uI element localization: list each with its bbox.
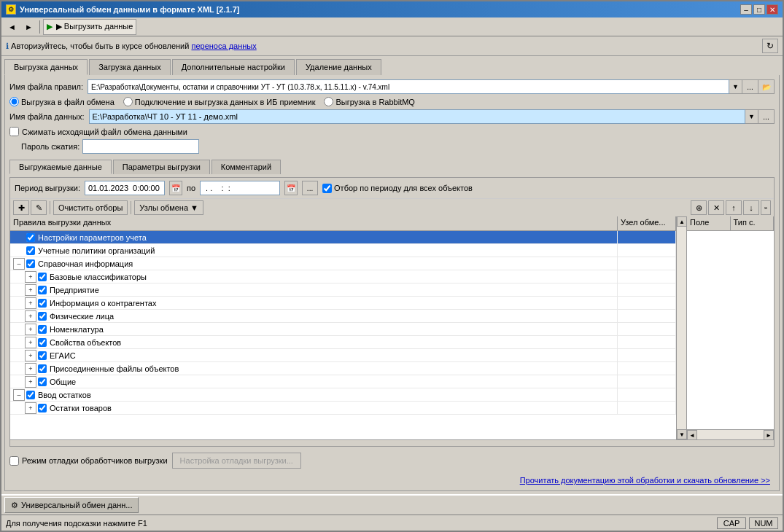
row-checkbox[interactable] (38, 273, 47, 281)
table-row[interactable]: + Базовые классификаторы (10, 270, 676, 283)
period-for-all-checkbox[interactable] (322, 184, 332, 193)
row-label: Номенклатура (50, 325, 104, 334)
debug-settings-button[interactable]: Настройка отладки выгрузки... (172, 453, 301, 469)
row-checkbox[interactable] (38, 404, 47, 412)
scroll-left-button[interactable]: ◄ (687, 430, 697, 439)
table-row[interactable]: + Информация о контрагентах (10, 297, 676, 310)
expand-icon[interactable]: + (25, 271, 36, 283)
rules-file-dropdown-button[interactable]: ▼ (729, 79, 742, 94)
scroll-up-button[interactable]: ▲ (677, 216, 687, 227)
table-row[interactable]: – Ввод остатков (10, 388, 676, 402)
row-checkbox[interactable] (38, 299, 47, 308)
row-checkbox[interactable] (38, 351, 47, 360)
expand-icon[interactable]: + (25, 297, 36, 309)
minimize-button[interactable]: – (740, 4, 752, 15)
row-checkbox[interactable] (26, 259, 35, 268)
taskbar-item[interactable]: ⚙ Универсальный обмен данн... (4, 497, 139, 513)
data-file-input[interactable] (89, 109, 745, 124)
row-checkbox[interactable] (26, 233, 35, 242)
right-btn-1[interactable]: ⊕ (691, 200, 707, 215)
table-row[interactable]: + ЕГАИС (10, 349, 676, 362)
tree-table[interactable]: Настройки параметров учета Учетные полит… (10, 231, 676, 439)
upload-button[interactable]: ▶ ▶ Выгрузить данные (43, 19, 137, 35)
row-checkbox[interactable] (38, 312, 47, 321)
expand-icon[interactable]: + (25, 363, 36, 375)
expand-right-btn[interactable]: » (761, 200, 771, 215)
rules-file-input[interactable] (88, 79, 729, 94)
debug-checkbox[interactable] (9, 456, 19, 466)
table-row[interactable]: + Остатки товаров (10, 402, 676, 415)
row-checkbox[interactable] (26, 246, 35, 255)
table-row[interactable]: + Номенклатура (10, 323, 676, 336)
filter-add-button[interactable]: ✚ (13, 200, 29, 215)
table-row[interactable]: Учетные политики организаций (10, 244, 676, 257)
right-btn-4[interactable]: ↓ (743, 200, 759, 215)
tab-import[interactable]: Загрузка данных (89, 59, 171, 75)
data-file-dropdown-button[interactable]: ▼ (745, 109, 758, 124)
tab-export[interactable]: Выгрузка данных (4, 59, 88, 75)
expand-icon[interactable]: – (13, 258, 25, 270)
rules-file-open-button[interactable]: 📂 (758, 79, 775, 94)
data-file-browse-button[interactable]: ... (758, 109, 775, 124)
table-row[interactable]: – Справочная информация (10, 257, 676, 270)
table-row[interactable]: + Присоединенные файлы объектов (10, 362, 676, 375)
row-checkbox[interactable] (38, 378, 47, 386)
taskbar-icon: ⚙ (11, 501, 18, 510)
table-row[interactable]: + Общие (10, 375, 676, 388)
radio-file-exchange[interactable]: Выгрузка в файл обмена (9, 97, 115, 106)
tab-settings[interactable]: Дополнительные настройки (172, 59, 295, 75)
row-label: Учетные политики организаций (38, 246, 155, 255)
tab-delete[interactable]: Удаление данных (296, 59, 381, 75)
back-button[interactable]: ◄ (4, 19, 20, 35)
row-checkbox[interactable] (38, 325, 47, 334)
vertical-scrollbar[interactable]: ▲ ▼ (676, 216, 686, 439)
close-button[interactable]: ✕ (766, 4, 778, 15)
tab-export-params[interactable]: Параметры выгрузки (113, 160, 210, 174)
period-from-calendar-button[interactable]: 📅 (169, 181, 182, 195)
row-name-cell: + Свойства объектов (10, 336, 618, 348)
row-checkbox[interactable] (38, 338, 47, 347)
period-to-input[interactable] (200, 181, 280, 195)
password-input[interactable] (82, 139, 199, 154)
period-from-input[interactable] (85, 181, 165, 195)
maximize-button[interactable]: □ (753, 4, 765, 15)
expand-icon[interactable]: + (25, 337, 36, 348)
period-to-calendar-button[interactable]: 📅 (284, 181, 298, 195)
table-row[interactable]: + Физические лица (10, 310, 676, 323)
horizontal-scrollbar[interactable]: ◄ ► (687, 429, 774, 439)
forward-button[interactable]: ► (21, 19, 36, 35)
scroll-down-button[interactable]: ▼ (677, 429, 687, 439)
row-checkbox[interactable] (38, 286, 47, 294)
expand-icon[interactable]: + (25, 284, 36, 296)
expand-icon[interactable]: + (25, 402, 36, 414)
expand-icon[interactable]: + (25, 376, 36, 388)
toolbar-separator (39, 20, 40, 34)
right-btn-3[interactable]: ↑ (726, 200, 742, 215)
rules-file-browse-button[interactable]: ... (742, 79, 758, 94)
table-row[interactable]: + Предприятие (10, 283, 676, 297)
radio-rabbitmq[interactable]: Выгрузка в RabbitMQ (324, 97, 414, 106)
row-checkbox[interactable] (38, 364, 47, 373)
table-row[interactable]: + Свойства объектов (10, 336, 676, 349)
row-checkbox[interactable] (26, 391, 35, 399)
compress-checkbox[interactable] (9, 127, 19, 136)
row-name-cell: + Общие (10, 375, 618, 388)
expand-icon[interactable]: + (25, 310, 36, 322)
scroll-right-button[interactable]: ► (764, 430, 774, 439)
filter-edit-button[interactable]: ✎ (31, 200, 47, 215)
tab-export-data[interactable]: Выгружаемые данные (9, 160, 112, 174)
exchange-nodes-button[interactable]: Узлы обмена ▼ (134, 200, 203, 215)
right-btn-2[interactable]: ✕ (708, 200, 724, 215)
info-link[interactable]: переноса данных (191, 42, 256, 50)
main-table: Правила выгрузки данных Узел обме... Нас… (10, 216, 676, 439)
expand-icon[interactable]: – (13, 389, 25, 401)
documentation-link[interactable]: Прочитать документацию этой обработки и … (520, 476, 770, 485)
tab-comment[interactable]: Комментарий (211, 160, 281, 174)
expand-icon[interactable]: + (25, 324, 36, 335)
table-row[interactable]: Настройки параметров учета (10, 231, 676, 244)
radio-connection[interactable]: Подключение и выгрузка данных в ИБ прием… (123, 97, 316, 106)
period-more-button[interactable]: ... (302, 181, 318, 195)
clear-filters-button[interactable]: Очистить отборы (53, 200, 128, 215)
expand-icon[interactable]: + (25, 350, 36, 361)
refresh-button[interactable]: ↻ (762, 39, 778, 53)
